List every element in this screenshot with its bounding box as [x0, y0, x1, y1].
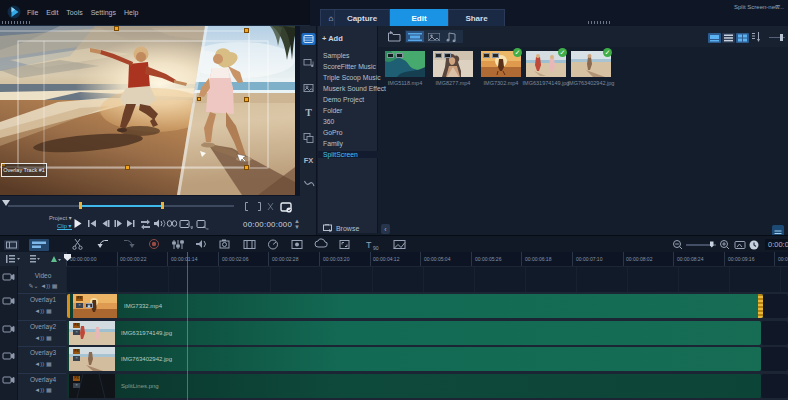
- svg-text:T: T: [305, 107, 312, 118]
- svg-text:T: T: [366, 240, 372, 250]
- svg-text:FX: FX: [304, 156, 314, 165]
- svg-text:90: 90: [373, 245, 379, 251]
